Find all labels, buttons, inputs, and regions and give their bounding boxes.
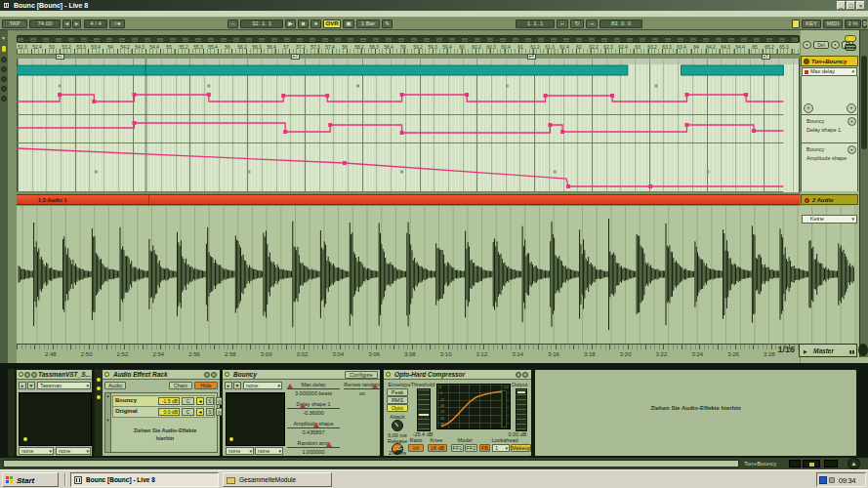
bouncy-param-2-marker[interactable]	[313, 423, 319, 427]
lookahead-select[interactable]: 1 ms	[492, 444, 510, 452]
automation-next-button[interactable]: ●	[831, 41, 840, 49]
browser-plugins-icon[interactable]	[1, 96, 7, 102]
stop-button[interactable]: ■	[298, 20, 309, 28]
browser-devices-icon[interactable]	[1, 86, 7, 92]
arrangement-overview[interactable]	[17, 35, 800, 43]
tap-tempo-button[interactable]: TAP	[2, 20, 27, 28]
tassman-unfold-icon[interactable]	[24, 372, 30, 378]
vertical-scrollbar[interactable]	[859, 30, 868, 357]
device-drop-zone[interactable]: Ziehen Sie Audio-Effekte hierhin	[534, 369, 857, 457]
lane1-remove-button[interactable]: +	[847, 117, 856, 126]
output-handle[interactable]	[517, 391, 525, 393]
bouncy-configure-button[interactable]: Configure	[345, 371, 378, 379]
chain-row-original[interactable]: Original0.0 dBC◄S◎	[112, 406, 215, 418]
minimize-button[interactable]: _	[837, 1, 846, 10]
browser-bookmark-active[interactable]	[1, 45, 7, 53]
tray-app-icon[interactable]	[819, 476, 827, 484]
audio-track-header[interactable]: 2 Audio	[801, 194, 858, 205]
bouncy-play-button[interactable]: ▸	[225, 382, 232, 389]
bouncy-dd2[interactable]: none	[255, 447, 283, 455]
nudge-down-button[interactable]: ◂	[62, 20, 71, 28]
bouncy-dd1[interactable]: none	[226, 447, 254, 455]
compressor-power-led[interactable]	[386, 372, 391, 377]
nudge-up-button[interactable]: ▸	[72, 20, 81, 28]
compressor-hotswap-icon[interactable]	[516, 372, 521, 378]
restore-button[interactable]: □	[847, 1, 855, 10]
device-audio-effect-rack[interactable]: Audio Effect Rack Audio Chain Hide ▲▼ Bo…	[94, 369, 221, 457]
key-map-button[interactable]: KEY	[802, 20, 821, 28]
lane2-remove-button[interactable]: +	[847, 145, 856, 154]
compressor-graph[interactable]: 0-6-12-18-24-30-36 0.0	[436, 384, 511, 429]
model-fb-button[interactable]: FB	[479, 444, 490, 452]
bouncy-param-3-marker[interactable]	[326, 442, 332, 447]
model-ff1-button[interactable]: FF1	[451, 444, 464, 452]
loop-start-field[interactable]: 1. 1. 1	[516, 20, 555, 28]
rack-devices-toggle-icon[interactable]	[97, 395, 101, 399]
arrangement-position-field[interactable]: 32. 1. 1	[240, 20, 283, 28]
rack-chain-button[interactable]: Chain	[169, 382, 192, 389]
compressor-save-icon[interactable]	[522, 372, 528, 378]
punch-out-button[interactable]: ¬	[586, 20, 598, 28]
opto-button[interactable]: Opto	[387, 404, 408, 412]
midi-map-button[interactable]: MIDI	[823, 20, 843, 28]
scrollbar-thumb[interactable]	[861, 56, 867, 149]
volume-icon[interactable]	[829, 477, 835, 483]
browser-show-icon[interactable]: ▼	[1, 35, 6, 41]
browser-bookmark-3-icon[interactable]	[1, 76, 7, 82]
track-fold-icon[interactable]	[804, 59, 809, 64]
tassman-sidechain-2[interactable]: none	[56, 447, 91, 455]
audio-waveform[interactable]	[17, 206, 856, 344]
ratio-value[interactable]: inf	[408, 444, 424, 452]
zoom-back-button[interactable]	[858, 344, 868, 356]
device-param-chooser[interactable]: Max delay	[802, 67, 857, 76]
lane1-header[interactable]: Bouncy Delay shape 1 +	[801, 115, 858, 142]
record-button[interactable]: ●	[310, 20, 321, 28]
loop-button[interactable]: ↻	[570, 20, 584, 28]
bouncy-param-0-marker[interactable]	[287, 384, 293, 388]
rack-power-led[interactable]	[104, 372, 109, 377]
output-slider[interactable]	[516, 388, 527, 431]
chain-pan[interactable]: C	[182, 408, 194, 416]
peak-button[interactable]: Peak	[387, 388, 408, 396]
task-button-live[interactable]: Bounc [Bounc] - Live 8	[70, 472, 219, 487]
tassman-save-button[interactable]: ▼	[27, 382, 35, 389]
play-button[interactable]: ▶	[285, 20, 296, 28]
chain-activator-icon[interactable]: ◄	[196, 397, 204, 405]
locator-2[interactable]: ▸2	[56, 54, 64, 60]
rack-hide-button[interactable]: Hide	[194, 382, 218, 389]
task-button-folder[interactable]: GesammelteModule	[223, 472, 332, 487]
locator-4[interactable]: ▸4	[527, 54, 536, 60]
attack-knob[interactable]	[392, 420, 403, 431]
metronome-button[interactable]: ○●	[109, 20, 125, 28]
bouncy-patch-panel[interactable]	[226, 392, 285, 446]
delete-automation-button[interactable]: Del	[813, 41, 829, 49]
audio-clip-bar[interactable]: 1 2-Audio 1	[17, 194, 800, 205]
rack-chainlist-toggle-icon[interactable]	[97, 386, 101, 390]
rack-audio-button[interactable]: Audio	[104, 382, 126, 389]
tassman-power-led[interactable]	[19, 372, 23, 377]
follow-button[interactable]: →	[227, 20, 238, 28]
rack-macro-toggle-icon[interactable]	[97, 378, 101, 382]
locator-3[interactable]: ▸3	[291, 54, 300, 60]
show-info-button[interactable]: ▲	[847, 458, 860, 469]
quantization-menu[interactable]: 1 Bar	[356, 20, 380, 28]
start-button[interactable]: Start	[2, 472, 59, 487]
browser-bookmark-2-icon[interactable]	[1, 66, 7, 72]
browser-bookmark-1-icon[interactable]	[1, 57, 7, 62]
remove-lane-button[interactable]: +	[847, 103, 856, 113]
overdub-button[interactable]: OVR	[323, 20, 341, 28]
knee-value[interactable]: 18 dB	[428, 444, 447, 452]
close-button[interactable]: ×	[856, 1, 865, 10]
locator-5[interactable]: ▸5	[762, 54, 770, 60]
loop-length-field[interactable]: 83. 0. 0	[599, 20, 642, 28]
time-signature-field[interactable]: 4 / 4	[84, 20, 107, 28]
model-ff2-button[interactable]: FF2	[465, 444, 477, 452]
chain-solo-button[interactable]: S	[206, 408, 214, 416]
lane2-header[interactable]: Bouncy Amplitude shape +	[801, 143, 858, 191]
rack-save-icon[interactable]	[211, 372, 217, 378]
chain-pan[interactable]: C	[182, 397, 194, 405]
punch-in-button[interactable]: ⌐	[557, 20, 568, 28]
chain-scrollbar[interactable]: ▲▼	[105, 393, 111, 452]
device-compressor[interactable]: Opto-Hard Compressor Envelope Peak RMS O…	[383, 369, 532, 457]
automation-track-header[interactable]: Ton+Bouncy	[801, 56, 858, 66]
